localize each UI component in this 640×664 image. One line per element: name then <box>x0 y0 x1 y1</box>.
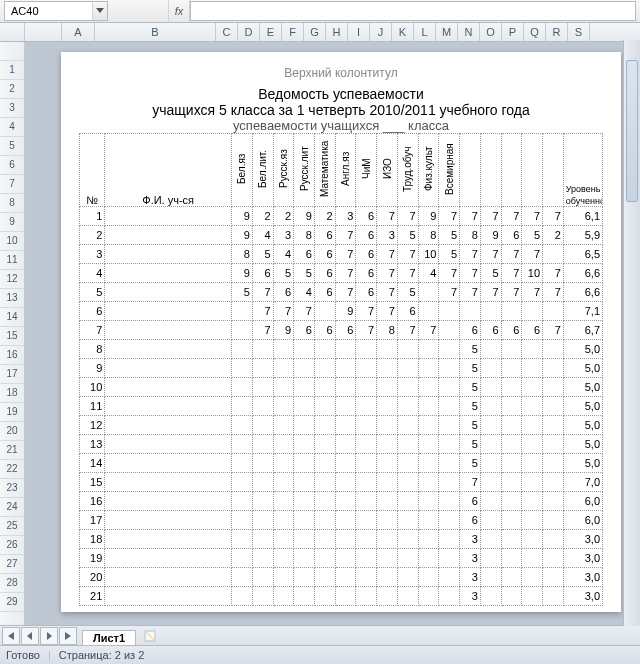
cell-no[interactable]: 14 <box>80 454 105 473</box>
cell-grade-5[interactable] <box>335 378 356 397</box>
cell-grade-10[interactable] <box>439 492 460 511</box>
row-header[interactable]: 13 <box>0 289 24 308</box>
cell-grade-1[interactable] <box>252 378 273 397</box>
row-header[interactable]: 22 <box>0 460 24 479</box>
cell-name[interactable] <box>105 454 232 473</box>
cell-level[interactable]: 5,0 <box>563 340 602 359</box>
cell-grade-8[interactable]: 7 <box>397 264 418 283</box>
cell-grade-3[interactable] <box>294 473 315 492</box>
row-header[interactable]: 18 <box>0 384 24 403</box>
row-header[interactable]: 24 <box>0 498 24 517</box>
cell-grade-6[interactable]: 7 <box>356 302 377 321</box>
cell-grade-0[interactable] <box>232 359 253 378</box>
column-header-E[interactable]: E <box>260 23 282 41</box>
cell-grade-4[interactable] <box>314 359 335 378</box>
cell-grade-0[interactable] <box>232 568 253 587</box>
column-header-P[interactable]: P <box>502 23 524 41</box>
cell-grade-15[interactable] <box>543 340 564 359</box>
cell-grade-14[interactable] <box>522 340 543 359</box>
cell-grade-3[interactable] <box>294 359 315 378</box>
cell-grade-9[interactable]: 9 <box>418 207 439 226</box>
cell-grade-9[interactable]: 10 <box>418 245 439 264</box>
cell-grade-15[interactable] <box>543 454 564 473</box>
cell-grade-7[interactable]: 7 <box>377 302 398 321</box>
cell-grade-10[interactable] <box>439 378 460 397</box>
cell-grade-14[interactable]: 5 <box>522 226 543 245</box>
cell-grade-5[interactable] <box>335 549 356 568</box>
cell-grade-2[interactable] <box>273 549 294 568</box>
cell-grade-12[interactable] <box>480 549 501 568</box>
row-header[interactable]: 25 <box>0 517 24 536</box>
cell-grade-9[interactable] <box>418 492 439 511</box>
cell-grade-3[interactable] <box>294 511 315 530</box>
row-header[interactable]: 8 <box>0 194 24 213</box>
cell-grade-2[interactable] <box>273 492 294 511</box>
cell-grade-10[interactable] <box>439 435 460 454</box>
cell-grade-14[interactable]: 7 <box>522 283 543 302</box>
cell-grade-8[interactable]: 7 <box>397 245 418 264</box>
cell-grade-1[interactable] <box>252 473 273 492</box>
cell-grade-11[interactable]: 7 <box>460 473 481 492</box>
cell-grade-7[interactable] <box>377 587 398 606</box>
cell-grade-9[interactable] <box>418 397 439 416</box>
cell-level[interactable]: 6,0 <box>563 511 602 530</box>
cell-grade-9[interactable] <box>418 511 439 530</box>
cell-grade-8[interactable] <box>397 435 418 454</box>
cell-grade-12[interactable]: 6 <box>480 321 501 340</box>
cell-level[interactable]: 5,0 <box>563 454 602 473</box>
cell-grade-14[interactable] <box>522 530 543 549</box>
cell-grade-14[interactable] <box>522 416 543 435</box>
column-header-A[interactable]: A <box>62 23 95 41</box>
cell-level[interactable]: 3,0 <box>563 549 602 568</box>
cell-name[interactable] <box>105 587 232 606</box>
cell-grade-11[interactable]: 3 <box>460 530 481 549</box>
cell-grade-9[interactable] <box>418 359 439 378</box>
cell-grade-6[interactable] <box>356 359 377 378</box>
cell-grade-9[interactable] <box>418 473 439 492</box>
cell-grade-15[interactable] <box>543 492 564 511</box>
cell-grade-11[interactable]: 3 <box>460 568 481 587</box>
cell-grade-4[interactable] <box>314 435 335 454</box>
cell-grade-1[interactable] <box>252 454 273 473</box>
cell-grade-4[interactable] <box>314 587 335 606</box>
cell-grade-1[interactable] <box>252 359 273 378</box>
cell-grade-14[interactable] <box>522 492 543 511</box>
cell-grade-13[interactable]: 6 <box>501 226 522 245</box>
vertical-scrollbar[interactable] <box>623 40 640 626</box>
row-header[interactable]: 29 <box>0 593 24 612</box>
cell-no[interactable]: 2 <box>80 226 105 245</box>
cell-grade-2[interactable] <box>273 473 294 492</box>
cell-grade-6[interactable] <box>356 549 377 568</box>
cell-grade-3[interactable] <box>294 397 315 416</box>
cell-level[interactable]: 3,0 <box>563 530 602 549</box>
cell-grade-12[interactable] <box>480 359 501 378</box>
cell-grade-2[interactable] <box>273 435 294 454</box>
cell-grade-10[interactable] <box>439 530 460 549</box>
cell-grade-4[interactable]: 6 <box>314 226 335 245</box>
cell-name[interactable] <box>105 359 232 378</box>
cell-grade-15[interactable]: 7 <box>543 321 564 340</box>
cell-grade-15[interactable] <box>543 587 564 606</box>
cell-grade-3[interactable] <box>294 378 315 397</box>
cell-grade-14[interactable] <box>522 302 543 321</box>
cell-grade-8[interactable] <box>397 397 418 416</box>
cell-grade-11[interactable]: 5 <box>460 378 481 397</box>
cell-grade-10[interactable] <box>439 416 460 435</box>
row-header[interactable]: 5 <box>0 137 24 156</box>
cell-grade-4[interactable]: 6 <box>314 264 335 283</box>
cell-name[interactable] <box>105 378 232 397</box>
cell-name[interactable] <box>105 416 232 435</box>
cell-grade-8[interactable] <box>397 587 418 606</box>
cell-grade-3[interactable] <box>294 435 315 454</box>
cell-grade-10[interactable]: 7 <box>439 283 460 302</box>
cell-grade-11[interactable]: 7 <box>460 264 481 283</box>
cell-grade-13[interactable] <box>501 530 522 549</box>
cell-grade-6[interactable] <box>356 492 377 511</box>
cell-grade-7[interactable] <box>377 340 398 359</box>
cell-name[interactable] <box>105 245 232 264</box>
cell-grade-4[interactable] <box>314 511 335 530</box>
cell-grade-8[interactable] <box>397 568 418 587</box>
cell-grade-0[interactable] <box>232 454 253 473</box>
cell-grade-10[interactable] <box>439 587 460 606</box>
cell-grade-8[interactable] <box>397 492 418 511</box>
